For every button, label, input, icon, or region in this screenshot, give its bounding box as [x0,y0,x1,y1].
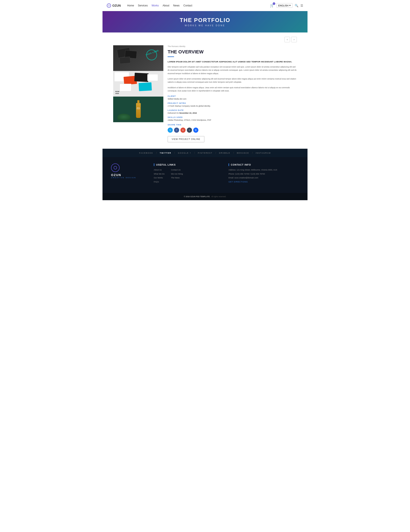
project-intro-value: A Fresh Startup Company needs its global… [168,105,297,107]
client-value: Skilled Media dot com [168,98,297,100]
launch-date-date: November 22, 2016 [179,112,197,114]
view-project-button[interactable]: VIEW PROJECT ONLINE [168,136,204,142]
nav-services[interactable]: Services [138,4,148,7]
project-intro-label: PROJECT INTRO [168,102,297,104]
logo[interactable]: OZUN [107,3,121,8]
overview-title: THE OVERVIEW [168,49,297,55]
search-icon[interactable]: 🔍 [295,4,298,7]
footer-brand: OZUN CREATIVE DESIGN [111,163,149,184]
footer-link-our-works[interactable]: Our Works [154,176,165,180]
nav-about[interactable]: About [162,4,169,7]
portfolio-row: ROMANA APFENSTAUDS The Romans Identity T… [113,45,297,142]
hero-title: THE PORTFOLIO [180,17,230,23]
body-text-1: Dlor tempore sed preh voluptate sad nula… [168,65,297,75]
portfolio-info: The Romans Identity THE OVERVIEW LOREM I… [168,45,297,142]
header-right: 🛒 0 ENGLISH ▾ 🔍 ☰ [270,3,303,8]
footer-main: OZUN CREATIVE DESIGN USEFUL LINKS About … [102,157,308,193]
footer-contact-info: CONTACT INFO Address: 121 King Street, M… [228,163,299,184]
launch-date-value: Delivered On November 22, 2016 [168,112,297,114]
footer-link-news[interactable]: The News [171,176,183,180]
language-selector[interactable]: ENGLISH ▾ [276,3,293,8]
chevron-down-icon: ▾ [289,4,291,7]
footer-links-col2: Contact Us We Are Hiring The News [171,169,183,184]
launch-date-label: LAUNCH DATE [168,109,297,111]
portfolio-image-2: ROMANA [113,71,163,96]
next-button[interactable]: › [291,37,297,42]
footer-social-dribble[interactable]: DRIBBLE [216,152,233,154]
footer-social-pinterest[interactable]: PINTEREST [195,152,215,154]
footer-useful-links: USEFUL LINKS About Us What We Do Our Wor… [154,163,224,184]
footer-contact-title: CONTACT INFO [228,163,299,166]
main-nav: Home Services Works About News Contact [127,4,270,7]
body-text-3: Incididunt ut labore et dolore magna ali… [168,86,297,93]
footer-link-hiring[interactable]: We Are Hiring [171,173,183,176]
logo-text: OZUN [112,4,121,7]
portfolio-images: ROMANA APFENSTAUDS [113,45,163,142]
footer-logo-icon [111,163,120,172]
footer-brand-sub: CREATIVE DESIGN [111,177,149,179]
footer-link-about[interactable]: About Us [154,169,165,171]
main-content: ‹ › ROM [102,32,308,149]
footer-link-contact[interactable]: Contact Us [171,169,183,171]
footer-link-what-we-do[interactable]: What We Do [154,173,165,176]
share-label: SHARE THIS [168,124,297,126]
twitter-share-icon[interactable]: 𝕏 [168,128,173,133]
tumblr-share-icon[interactable]: t [187,128,192,133]
nav-contact[interactable]: Contact [183,4,192,7]
get-directions-link[interactable]: GET DIRECTIONS [228,180,299,183]
footer-email: Email: ozun.creative@domain.com [228,176,299,180]
cart-icon[interactable]: 🛒 0 [270,3,274,8]
facebook-share-icon[interactable]: f [174,128,179,133]
portfolio-nav: ‹ › [113,37,297,42]
header: OZUN Home Services Works About News Cont… [102,0,308,11]
hamburger-icon[interactable]: ☰ [300,4,303,7]
footer-phone: Phone: (123) 456 74700 / (123) 456 78700 [228,173,299,176]
hero-subtitle: WORKS WE HAVE DONE [180,24,230,27]
client-label: CLIENT [168,95,297,97]
nav-news[interactable]: News [173,4,180,7]
nav-home[interactable]: Home [127,4,134,7]
footer-social-twitter[interactable]: TWITTER [157,152,174,154]
behance-share-icon[interactable]: B [193,128,198,133]
footer-useful-links-title: USEFUL LINKS [154,163,224,166]
title-divider [168,57,174,57]
prev-button[interactable]: ‹ [284,37,290,42]
footer-social-google[interactable]: GOOGLE + [175,152,194,154]
footer-social-facebook[interactable]: FACEBOOK [136,152,156,154]
footer-links-columns: About Us What We Do Our Works FAQ's Cont… [154,169,224,184]
skills-label: SKILLS USED [168,116,297,118]
footer-social-instagram[interactable]: INSTAGRAM [253,152,274,154]
body-text-2: Lorem ipsum dolor sit amet consectetur a… [168,77,297,84]
copyright-suffix: . All rights reserved. [210,196,226,198]
nav-works[interactable]: Works [152,4,159,7]
portfolio-image-3: APFENSTAUDS [113,96,163,122]
footer-address: Address: 121 King Street, Melbourne, Vic… [228,169,299,171]
footer-links-col1: About Us What We Do Our Works FAQ's [154,169,165,184]
copyright-text: © 2016 OZUN PSD TEMPLATE [184,196,210,198]
footer-social-bar: FACEBOOK / TWITTER / GOOGLE + / PINTERES… [102,149,308,157]
project-label: The Romans Identity [168,45,297,48]
footer-link-faqs[interactable]: FAQ's [154,180,165,183]
skills-value: Adobe Photoshop, HTML5, CSS3 Wordpress, … [168,119,297,121]
footer-social-behance[interactable]: BEHANCE [234,152,252,154]
footer-brand-name: OZUN [111,173,149,177]
portfolio-image-1 [113,45,163,71]
social-icons: 𝕏 f G t B [168,128,297,133]
footer-bottom: © 2016 OZUN PSD TEMPLATE . All rights re… [102,193,308,200]
google-share-icon[interactable]: G [180,128,186,133]
intro-bold: LOREM IPSUM DOLOR SIT AMET CONSECTETUR A… [168,60,297,63]
logo-icon [107,3,111,8]
hero-section: THE PORTFOLIO WORKS WE HAVE DONE [102,11,308,32]
cart-badge: 0 [273,2,275,5]
